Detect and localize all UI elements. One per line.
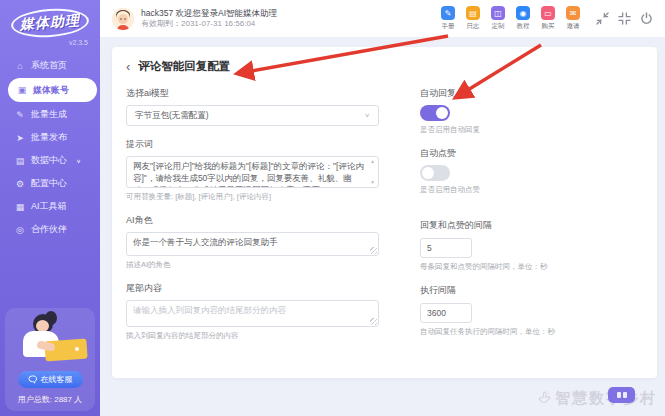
- sidebar-item-data-center[interactable]: ▤ 数据中心 ∨: [0, 149, 100, 172]
- sidebar-support-panel: 在线客服 用户总数: 2887 人: [5, 308, 95, 411]
- quick-action-custom[interactable]: ◫ 定制: [491, 6, 505, 31]
- auto-reply-helper: 是否启用自动回复: [420, 125, 665, 135]
- interval-input[interactable]: [420, 238, 472, 258]
- exec-interval-helper: 自动回复任务执行的间隔时间，单位：秒: [420, 327, 665, 337]
- textarea-scrollbar[interactable]: ▲▼: [369, 159, 376, 185]
- form-left-column: 选择ai模型 字节豆包(无需配置) ∨ 提示词 网友"[评论用户]"给我的标题为…: [126, 87, 381, 341]
- online-support-button[interactable]: 在线客服: [18, 371, 83, 388]
- expand-icon[interactable]: [596, 12, 609, 25]
- ai-model-select[interactable]: 字节豆包(无需配置) ∨: [126, 105, 379, 126]
- pen-icon: ✎: [15, 110, 25, 120]
- power-icon[interactable]: [640, 12, 653, 25]
- customer-service-illustration: [9, 314, 91, 366]
- sidebar-item-batch-publish[interactable]: ➤ 批量发布: [0, 126, 100, 149]
- partners-icon: ◎: [15, 225, 25, 235]
- sidebar-item-label: 系统首页: [31, 59, 67, 72]
- log-icon: ▤: [466, 6, 480, 20]
- floating-widget[interactable]: [608, 387, 635, 403]
- window-controls: [596, 12, 653, 25]
- auto-like-helper: 是否启用自动点赞: [420, 185, 665, 195]
- prompt-text: 网友"[评论用户]"给我的标题为"[标题]"的文章的评论："[评论内容]"，请给…: [133, 161, 364, 188]
- tail-label: 尾部内容: [126, 282, 381, 295]
- chevron-down-icon: ∨: [364, 112, 370, 118]
- quick-action-manual[interactable]: ✎ 手册: [441, 6, 455, 31]
- hand-gesture-icon: [536, 391, 551, 406]
- content-card: ‹ 评论智能回复配置 选择ai模型 字节豆包(无需配置) ∨ 提示词 网友"[评…: [112, 47, 657, 378]
- resize-grip[interactable]: [370, 247, 377, 254]
- database-icon: ▤: [15, 156, 25, 166]
- exec-interval-input[interactable]: [420, 303, 472, 323]
- send-icon: ➤: [15, 133, 25, 143]
- online-support-label: 在线客服: [41, 374, 73, 385]
- ai-role-text: 你是一个善于与人交流的评论回复助手: [133, 237, 278, 247]
- auto-like-toggle[interactable]: [420, 165, 450, 181]
- ai-role-textarea[interactable]: 你是一个善于与人交流的评论回复助手: [126, 232, 379, 256]
- purchase-icon: ▭: [541, 6, 555, 20]
- ai-model-selected-value: 字节豆包(无需配置): [135, 110, 209, 122]
- manual-icon: ✎: [441, 6, 455, 20]
- sidebar: 媒体助理 v2.3.5 ⌂ 系统首页 ▣ 媒体账号 ✎ 批量生成 ➤ 批量发布 …: [0, 0, 100, 416]
- model-label: 选择ai模型: [126, 87, 381, 100]
- sidebar-item-home[interactable]: ⌂ 系统首页: [0, 54, 100, 77]
- prompt-textarea[interactable]: 网友"[评论用户]"给我的标题为"[标题]"的文章的评论："[评论内容]"，请给…: [126, 156, 379, 188]
- form-right-column: 自动回复 是否启用自动回复 自动点赞 是否启用自动点赞 回复和点赞的间隔 每条回…: [420, 87, 665, 337]
- exec-interval-label: 执行间隔: [420, 284, 665, 297]
- media-account-icon: ▣: [17, 85, 27, 95]
- app-version: v2.3.5: [0, 39, 100, 46]
- quick-action-log[interactable]: ▤ 日志: [466, 6, 480, 31]
- auto-like-label: 自动点赞: [420, 147, 665, 160]
- invite-icon: ✉: [566, 6, 580, 20]
- interval-label: 回复和点赞的间隔: [420, 219, 665, 232]
- sidebar-item-label: 合作伙伴: [31, 223, 67, 236]
- sidebar-menu: ⌂ 系统首页 ▣ 媒体账号 ✎ 批量生成 ➤ 批量发布 ▤ 数据中心 ∨ ⚙ 配…: [0, 54, 100, 241]
- chat-bubble-icon: [28, 375, 37, 384]
- back-chevron-icon[interactable]: ‹: [126, 60, 130, 73]
- tail-placeholder-text: 请输入插入到回复内容的结尾部分的内容: [133, 305, 286, 315]
- sidebar-item-partners[interactable]: ◎ 合作伙伴: [0, 218, 100, 241]
- sidebar-item-ai-toolbox[interactable]: ▦ AI工具箱: [0, 195, 100, 218]
- quick-actions: ✎ 手册 ▤ 日志 ◫ 定制 ◉ 教程 ▭ 购买 ✉ 邀请: [441, 6, 580, 31]
- tail-content-textarea[interactable]: 请输入插入到回复内容的结尾部分的内容: [126, 300, 379, 327]
- role-label: AI角色: [126, 214, 381, 227]
- sidebar-item-label: 批量发布: [31, 131, 67, 144]
- sidebar-item-label: 配置中心: [31, 177, 67, 190]
- sidebar-item-media-accounts[interactable]: ▣ 媒体账号: [8, 78, 97, 102]
- user-info: hack357 欢迎您登录AI智能媒体助理 有效期到：2031-07-31 16…: [141, 8, 277, 29]
- prompt-label: 提示词: [126, 138, 381, 151]
- custom-icon: ◫: [491, 6, 505, 20]
- avatar-face-icon: [112, 8, 134, 30]
- page-header: ‹ 评论智能回复配置: [112, 47, 657, 74]
- avatar[interactable]: [112, 8, 134, 30]
- role-helper: 描述AI的角色: [126, 260, 381, 270]
- quick-action-purchase[interactable]: ▭ 购买: [541, 6, 555, 31]
- validity-text: 有效期到：2031-07-31 16:56:04: [141, 19, 277, 29]
- gear-icon: ⚙: [15, 179, 25, 189]
- sidebar-item-label: AI工具箱: [31, 200, 67, 213]
- quick-action-tutorial[interactable]: ◉ 教程: [516, 6, 530, 31]
- sidebar-item-label: 媒体账号: [33, 84, 69, 97]
- app-logo-text: 媒体助理: [10, 6, 90, 39]
- page-title: 评论智能回复配置: [138, 59, 230, 74]
- interval-helper: 每条回复和点赞的间隔时间，单位：秒: [420, 262, 665, 272]
- watermark: 智慧数字乡村: [536, 389, 657, 408]
- sidebar-item-label: 批量生成: [31, 108, 67, 121]
- sidebar-item-config-center[interactable]: ⚙ 配置中心: [0, 172, 100, 195]
- prompt-helper: 可用替换变量: [标题], [评论用户], [评论内容]: [126, 192, 381, 202]
- top-header: hack357 欢迎您登录AI智能媒体助理 有效期到：2031-07-31 16…: [100, 0, 665, 37]
- compress-icon[interactable]: [618, 12, 631, 25]
- app-logo: 媒体助理: [0, 0, 100, 37]
- sidebar-item-batch-generate[interactable]: ✎ 批量生成: [0, 103, 100, 126]
- welcome-text: hack357 欢迎您登录AI智能媒体助理: [141, 8, 277, 19]
- tail-helper: 插入到回复内容的结尾部分的内容: [126, 331, 381, 341]
- auto-reply-label: 自动回复: [420, 87, 665, 100]
- resize-grip[interactable]: [370, 318, 377, 325]
- home-icon: ⌂: [15, 61, 25, 71]
- quick-action-invite[interactable]: ✉ 邀请: [566, 6, 580, 31]
- user-total-count: 用户总数: 2887 人: [9, 394, 91, 405]
- watermark-text: 智慧数字乡村: [555, 389, 657, 408]
- toolbox-icon: ▦: [15, 202, 25, 212]
- sidebar-item-label: 数据中心: [31, 154, 67, 167]
- tutorial-icon: ◉: [516, 6, 530, 20]
- auto-reply-toggle[interactable]: [420, 105, 450, 121]
- chevron-down-icon: ∨: [76, 157, 81, 163]
